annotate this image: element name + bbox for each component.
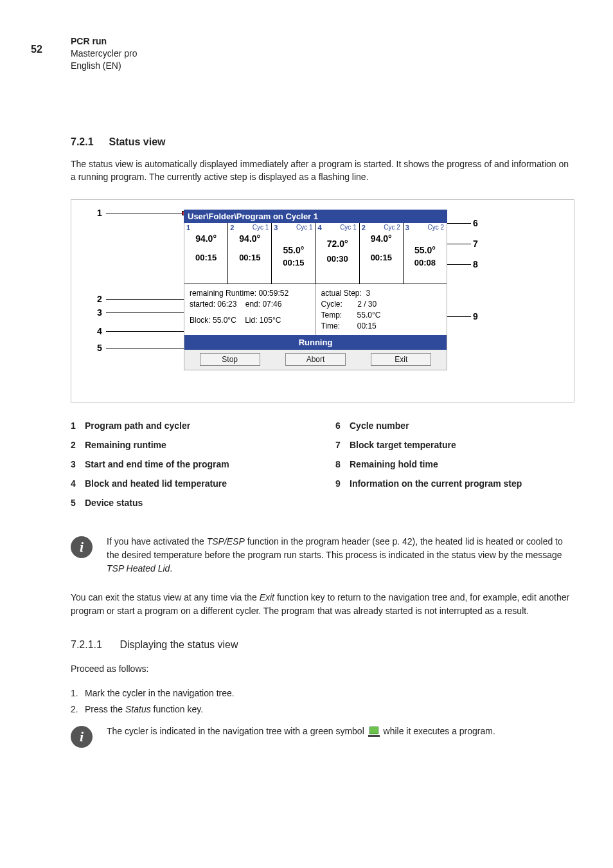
info-left: remaining Runtime: 00:59:52 started: 06:… (184, 284, 315, 335)
figure-frame: 1 2 3 4 5 6 7 8 9 User\Folder\Program on… (71, 199, 574, 402)
info-note-2: i The cycler is indicated in the navigat… (71, 725, 574, 748)
program-step: 3 Cyc 2 55.0° 00:08 (404, 223, 447, 284)
step-time: 00:15 (360, 253, 403, 262)
program-step: 2 Cyc 2 94.0° 00:15 (360, 223, 404, 284)
exit-paragraph: You can exit the status view at any time… (71, 591, 574, 617)
callout-7: 7 (473, 239, 478, 249)
program-step: 3 Cyc 1 55.0° 00:15 (272, 223, 315, 284)
step-time: 00:08 (404, 258, 447, 267)
info-icon: i (71, 536, 93, 558)
list-item: 2. Press the Status function key. (71, 701, 574, 718)
remaining-runtime: remaining Runtime: 00:59:52 (190, 288, 310, 299)
page: 52 PCR run Mastercycler pro English (EN)… (0, 0, 613, 786)
section-title: Status view (109, 136, 165, 147)
note-text: If you have activated the TSP/ESP functi… (107, 535, 574, 575)
stop-button[interactable]: Stop (200, 353, 260, 366)
callout-5: 5 (97, 343, 102, 353)
callout-line (106, 331, 187, 332)
legend-left: 1Program path and cycler 2Remaining runt… (71, 420, 310, 517)
step-time: 00:30 (316, 254, 359, 264)
step-time: 00:15 (272, 258, 315, 267)
step-temp: 94.0° (228, 233, 271, 244)
running-header: PCR run Mastercycler pro English (EN) (71, 35, 574, 72)
program-step: 4 Cyc 1 72.0° 00:30 (316, 223, 360, 284)
callout-line (106, 312, 187, 313)
step-temp: 94.0° (360, 233, 403, 244)
callout-1: 1 (97, 208, 102, 218)
callout-8: 8 (473, 259, 478, 269)
button-row: Stop Abort Exit (184, 350, 447, 370)
steps-row: 1 94.0° 00:15 2 Cyc 1 94.0° 00:15 3 Cyc … (184, 223, 447, 284)
block-lid-temp: Block: 55.0°C Lid: 105°C (190, 315, 310, 326)
callout-3: 3 (97, 307, 102, 318)
callout-4: 4 (97, 326, 102, 336)
legend-right: 6Cycle number 7Block target temperature … (335, 420, 574, 517)
figure-legend: 1Program path and cycler 2Remaining runt… (71, 420, 574, 517)
callout-line (445, 244, 471, 244)
step-time: 00:15 (184, 253, 227, 262)
section-number: 7.2.1 (71, 136, 106, 148)
program-path-title: User\Folder\Program on Cycler 1 (184, 210, 447, 223)
callout-2: 2 (97, 294, 102, 304)
start-end-time: started: 06:23 end: 07:46 (190, 299, 310, 310)
callout-line (445, 264, 471, 265)
header-title: PCR run (71, 35, 574, 48)
callout-line (106, 348, 187, 348)
device-status: Running (184, 335, 447, 350)
proceed-text: Proceed as follows: (71, 662, 574, 675)
step-time: 00:15 (228, 253, 271, 262)
note-text: The cycler is indicated in the navigatio… (107, 725, 495, 748)
section-heading: 7.2.1 Status view (71, 136, 574, 148)
header-subtitle: Mastercycler pro (71, 48, 574, 60)
step-temp: 94.0° (184, 233, 227, 244)
cycler-running-icon (368, 727, 380, 737)
screenshot: User\Folder\Program on Cycler 1 1 94.0° … (184, 210, 447, 370)
callout-9: 9 (473, 311, 478, 321)
step-temp: 55.0° (404, 245, 447, 255)
callout-line (106, 213, 182, 213)
info-note-1: i If you have activated the TSP/ESP func… (71, 535, 574, 575)
callout-6: 6 (473, 218, 478, 228)
callout-line (106, 299, 187, 300)
exit-button[interactable]: Exit (371, 353, 431, 366)
procedure-list: 1.Mark the cycler in the navigation tree… (71, 685, 574, 718)
program-step: 2 Cyc 1 94.0° 00:15 (228, 223, 272, 284)
info-icon: i (71, 726, 93, 748)
intro-paragraph: The status view is automatically display… (71, 158, 574, 184)
subsection-heading: 7.2.1.1 Displaying the status view (71, 639, 574, 651)
step-temp: 55.0° (272, 245, 315, 255)
page-number: 52 (31, 44, 42, 55)
info-row: remaining Runtime: 00:59:52 started: 06:… (184, 284, 447, 335)
program-step: 1 94.0° 00:15 (184, 223, 228, 284)
info-right: actual Step: 3 Cycle: 2 / 30 Temp: 55.0°… (315, 284, 447, 335)
subsection-title: Displaying the status view (120, 639, 238, 650)
subsection-number: 7.2.1.1 (71, 639, 117, 651)
list-item: 1.Mark the cycler in the navigation tree… (71, 685, 574, 701)
abort-button[interactable]: Abort (285, 353, 346, 366)
header-lang: English (EN) (71, 60, 574, 72)
step-temp: 72.0° (316, 239, 359, 249)
screenshot-body: 1 94.0° 00:15 2 Cyc 1 94.0° 00:15 3 Cyc … (184, 223, 447, 370)
